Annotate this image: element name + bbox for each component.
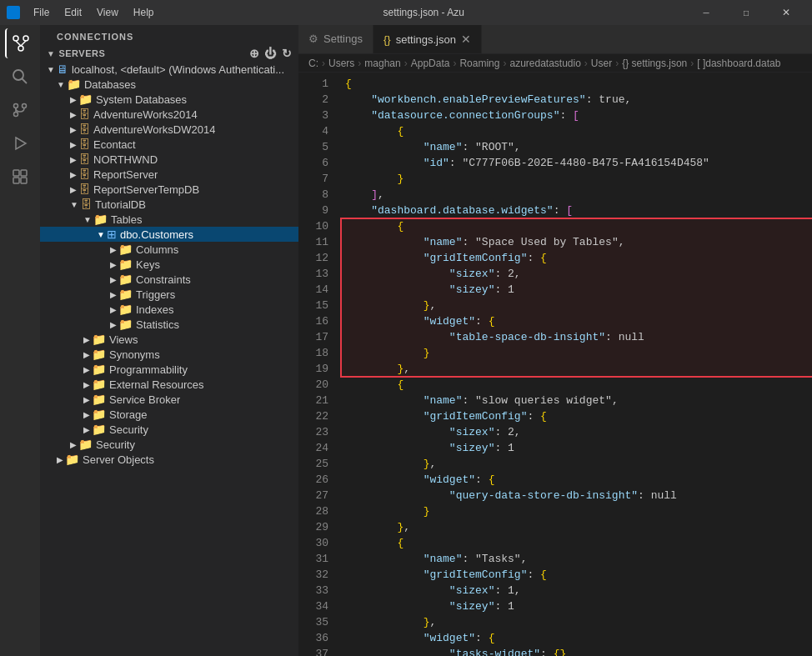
line-number-2: 2 [298,92,328,108]
refresh-icon[interactable]: ↻ [282,47,293,60]
breadcrumb-dashboard[interactable]: [ ]dashboard.datab [697,58,780,69]
code-line-36: "widget": { [342,630,812,646]
tab-close-icon[interactable]: ✕ [461,33,471,45]
activity-icon-extensions[interactable] [5,162,35,192]
tree-item-views[interactable]: ▶ 📁 Views [40,332,298,347]
servers-section-header[interactable]: ▼ SERVERS ⊕ ⏻ ↻ [40,45,298,62]
line-number-22: 22 [298,408,328,424]
tree-item-tutorialdb[interactable]: ▼ 🗄 TutorialDB [40,197,298,212]
northwnd-chevron: ▶ [70,155,77,164]
breadcrumb-azuredatastudio[interactable]: azuredatastudio [509,58,580,69]
line-number-25: 25 [298,456,328,472]
tree-item-statistics[interactable]: ▶ 📁 Statistics [40,317,298,332]
menu-help[interactable]: Help [127,5,161,20]
systemdb-chevron: ▶ [70,95,77,104]
tree-item-externalresources[interactable]: ▶ 📁 External Resources [40,377,298,392]
code-line-34: "sizey": 1 [342,598,812,614]
tree-item-security1[interactable]: ▶ 📁 Security [40,422,298,437]
sep3: › [404,58,408,69]
tree-item-aw2014[interactable]: ▶ 🗄 AdventureWorks2014 [40,107,298,122]
line-number-26: 26 [298,472,328,488]
tree-item-serverobjects[interactable]: ▶ 📁 Server Objects [40,452,298,467]
serverobjects-label: Server Objects [83,453,154,466]
tree-item-systemdb[interactable]: ▶ 📁 System Databases [40,92,298,107]
aw2014-label: AdventureWorks2014 [93,108,198,121]
tree-item-reportserver[interactable]: ▶ 🗄 ReportServer [40,167,298,182]
tab-settings[interactable]: ⚙ Settings [298,25,373,53]
tree-item-servicebroker[interactable]: ▶ 📁 Service Broker [40,392,298,407]
tree-item-localhost[interactable]: ▼ 🖥 localhost, <default> (Windows Authen… [40,62,298,77]
systemdb-label: System Databases [96,93,187,106]
tree-item-constraints[interactable]: ▶ 📁 Constraints [40,272,298,287]
tab-settings-json[interactable]: {} settings.json ✕ [373,25,482,53]
braces-icon: {} [383,33,391,46]
code-lines[interactable]: { "workbench.enablePreviewFeatures": tru… [335,73,812,656]
tree-item-triggers[interactable]: ▶ 📁 Triggers [40,287,298,302]
server-icon: 🖥 [57,63,68,76]
menu-file[interactable]: File [27,5,56,20]
code-line-17: "table-space-db-insight": null [342,329,812,345]
menu-edit[interactable]: Edit [58,5,88,20]
tree-item-columns[interactable]: ▶ 📁 Columns [40,242,298,257]
close-button[interactable]: ✕ [767,0,805,25]
tree-item-keys[interactable]: ▶ 📁 Keys [40,257,298,272]
sep2: › [358,58,361,69]
code-line-2: "workbench.enablePreviewFeatures": true, [342,92,812,108]
disconnect-icon[interactable]: ⏻ [264,47,277,60]
tree-item-security2[interactable]: ▶ 📁 Security [40,437,298,452]
activity-icon-search[interactable] [5,62,35,92]
new-connection-icon[interactable]: ⊕ [249,47,260,60]
tree-item-econtact[interactable]: ▶ 🗄 Econtact [40,137,298,152]
tree-item-reportservertmp[interactable]: ▶ 🗄 ReportServerTempDB [40,182,298,197]
breadcrumb-appdata[interactable]: AppData [411,58,450,69]
tree-item-databases[interactable]: ▼ 📁 Databases [40,77,298,92]
sep8: › [690,58,694,69]
code-line-26: "widget": { [342,472,812,488]
tree-item-indexes[interactable]: ▶ 📁 Indexes [40,302,298,317]
tree-item-storage[interactable]: ▶ 📁 Storage [40,407,298,422]
db-icon-reportservertmp: 🗄 [78,183,90,196]
folder-icon-storage: 📁 [92,408,106,421]
maximize-button[interactable]: □ [727,0,765,25]
code-line-1: { [342,76,812,92]
breadcrumb-c[interactable]: C: [308,58,318,69]
breadcrumb-users[interactable]: Users [328,58,354,69]
tree-item-tables[interactable]: ▼ 📁 Tables [40,212,298,227]
tables-label: Tables [111,213,143,226]
servicebroker-chevron: ▶ [83,395,90,404]
views-chevron: ▶ [83,335,90,344]
breadcrumb-roaming[interactable]: Roaming [459,58,499,69]
activity-icon-source-control[interactable] [5,95,35,125]
editor-area: ⚙ Settings {} settings.json ✕ C: › Users… [298,25,812,656]
sep4: › [453,58,456,69]
synonyms-label: Synonyms [109,348,160,361]
menu-view[interactable]: View [90,5,125,20]
svg-line-4 [21,41,26,46]
code-editor[interactable]: 1234567891011121314151617181920212223242… [298,73,812,656]
breadcrumb-settingsjson[interactable]: {} settings.json [622,58,687,69]
tree-item-dbocustomers[interactable]: ▼ ⊞ dbo.Customers [40,227,298,242]
activity-icon-run[interactable] [5,128,35,158]
line-number-18: 18 [298,345,328,361]
breadcrumb-user[interactable]: User [591,58,612,69]
breadcrumb-maghan[interactable]: maghan [364,58,400,69]
security1-label: Security [109,423,148,436]
tree-item-programmability[interactable]: ▶ 📁 Programmability [40,362,298,377]
gear-icon: ⚙ [308,33,318,45]
db-icon-awdw2014: 🗄 [78,123,90,136]
security2-label: Security [96,438,135,451]
statistics-chevron: ▶ [110,320,117,329]
servers-label: SERVERS [58,48,105,58]
activity-icon-connections[interactable] [5,28,35,58]
minimize-button[interactable]: ─ [687,0,725,25]
folder-icon-serverobjects: 📁 [65,453,79,466]
line-number-5: 5 [298,139,328,155]
tree-item-awdw2014[interactable]: ▶ 🗄 AdventureWorksDW2014 [40,122,298,137]
line-number-28: 28 [298,503,328,519]
programmability-chevron: ▶ [83,365,90,374]
tutorialdb-chevron: ▼ [70,200,78,209]
line-number-35: 35 [298,614,328,630]
keys-label: Keys [136,258,160,271]
tree-item-synonyms[interactable]: ▶ 📁 Synonyms [40,347,298,362]
tree-item-northwnd[interactable]: ▶ 🗄 NORTHWND [40,152,298,167]
